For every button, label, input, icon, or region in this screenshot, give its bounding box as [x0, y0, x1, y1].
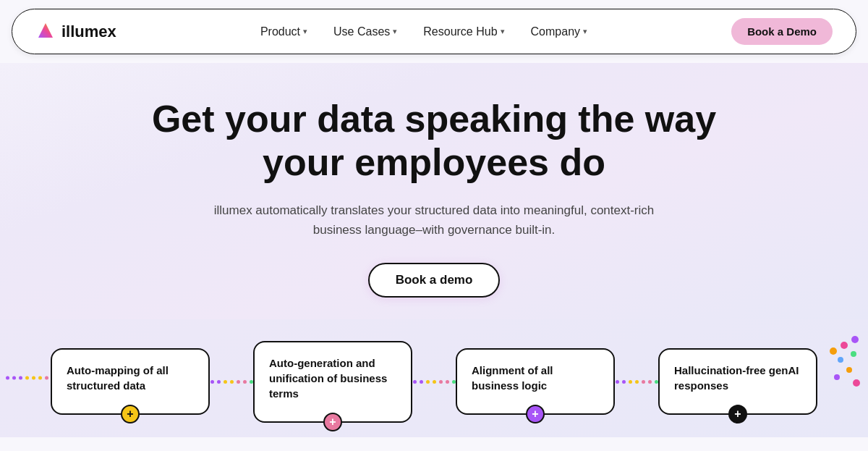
cards-row: Auto-mapping of all structured data + Au… [17, 341, 851, 423]
dot-decor [250, 380, 253, 384]
book-demo-button[interactable]: Book a Demo [731, 18, 833, 45]
nav-links: Product ▾ Use Cases ▾ Resource Hub ▾ Com… [260, 25, 587, 38]
svg-point-1 [851, 336, 859, 343]
chevron-down-icon: ▾ [303, 27, 307, 36]
dot-decor [452, 380, 456, 384]
dot-decor [642, 380, 645, 384]
svg-point-3 [830, 347, 837, 355]
nav-link-resource-hub[interactable]: Resource Hub ▾ [423, 25, 504, 38]
dot-decor [224, 380, 227, 384]
nav-link-company[interactable]: Company ▾ [531, 25, 587, 38]
dot-decor [433, 380, 436, 384]
cards-section: Auto-mapping of all structured data + Au… [0, 319, 868, 437]
dot-decor [446, 380, 449, 384]
dot-decor [420, 380, 423, 384]
svg-point-4 [851, 351, 856, 357]
chevron-down-icon: ▾ [501, 27, 505, 36]
nav-link-product[interactable]: Product ▾ [260, 25, 307, 38]
hero-section: Get your data speaking the way your empl… [0, 63, 868, 319]
nav-item-company[interactable]: Company ▾ [531, 25, 587, 38]
decor-dots-svg [797, 334, 862, 392]
dot-decor [622, 380, 626, 384]
dot-decor [616, 380, 619, 384]
dot-decor [230, 380, 234, 384]
nav-item-resource-hub[interactable]: Resource Hub ▾ [423, 25, 504, 38]
nav-item-use-cases[interactable]: Use Cases ▾ [333, 25, 397, 38]
dot-decor [439, 380, 443, 384]
svg-point-6 [846, 367, 852, 373]
svg-point-7 [834, 374, 840, 380]
card-alignment: Alignment of all business logic + [456, 348, 615, 415]
card-plus-icon: + [323, 413, 342, 431]
dot-decor [6, 376, 9, 380]
connector-1 [210, 379, 253, 384]
navbar: illumex Product ▾ Use Cases ▾ Resource H… [12, 9, 856, 54]
logo[interactable]: illumex [35, 22, 116, 42]
dot-decor [413, 380, 417, 384]
dot-decor [629, 380, 632, 384]
dot-decor [426, 380, 430, 384]
card-hallucination-free: Hallucination-free genAI responses + [658, 348, 817, 415]
card-plus-icon: + [526, 405, 545, 423]
logo-text: illumex [61, 22, 116, 41]
card-auto-mapping: Auto-mapping of all structured data + [51, 348, 210, 415]
dot-decor [12, 376, 16, 380]
dot-decor [210, 380, 214, 384]
logo-icon [35, 22, 56, 42]
card-plus-icon: + [121, 405, 140, 423]
dot-decor [648, 380, 652, 384]
card-plus-icon: + [728, 405, 747, 423]
dot-decor [635, 380, 639, 384]
chevron-down-icon: ▾ [393, 27, 397, 36]
connector-2 [412, 379, 456, 384]
nav-link-use-cases[interactable]: Use Cases ▾ [333, 25, 397, 38]
hero-headline: Get your data speaking the way your empl… [137, 98, 731, 185]
connector-3 [615, 379, 658, 384]
dot-decor [655, 380, 658, 384]
svg-point-2 [841, 342, 848, 349]
dot-decor [237, 380, 240, 384]
svg-point-8 [853, 379, 860, 387]
right-decor [797, 334, 862, 395]
chevron-down-icon: ▾ [583, 27, 587, 36]
dot-decor [243, 380, 247, 384]
svg-marker-0 [38, 23, 53, 38]
nav-item-product[interactable]: Product ▾ [260, 25, 307, 38]
dot-decor [217, 380, 221, 384]
hero-cta-button[interactable]: Book a demo [368, 263, 501, 298]
svg-point-5 [838, 357, 843, 363]
hero-subtext: illumex automatically translates your st… [188, 201, 680, 240]
card-auto-generation: Auto-generation and unification of busin… [253, 341, 412, 423]
